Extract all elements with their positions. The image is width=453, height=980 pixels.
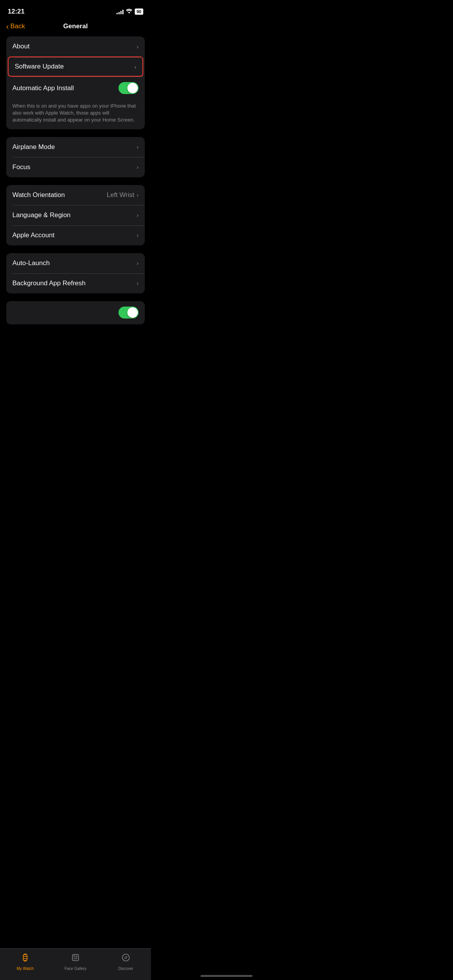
- battery-level: 90: [137, 9, 141, 14]
- apple-account-row[interactable]: Apple Account ›: [6, 225, 145, 245]
- background-app-refresh-row[interactable]: Background App Refresh ›: [6, 273, 145, 293]
- watch-orientation-chevron-icon: ›: [137, 192, 139, 198]
- focus-label: Focus: [12, 163, 30, 171]
- group-4: Auto-Launch › Background App Refresh ›: [6, 253, 145, 293]
- signal-bars-icon: [117, 9, 124, 14]
- group-1: About › Software Update › Automatic App …: [6, 36, 145, 129]
- partial-toggle: [118, 307, 139, 319]
- focus-row[interactable]: Focus ›: [6, 157, 145, 177]
- settings-content: About › Software Update › Automatic App …: [0, 36, 151, 324]
- focus-chevron-icon: ›: [137, 164, 139, 170]
- software-update-row[interactable]: Software Update ›: [8, 57, 143, 77]
- auto-launch-label: Auto-Launch: [12, 259, 50, 267]
- airplane-mode-label: Airplane Mode: [12, 143, 55, 151]
- automatic-app-install-row[interactable]: Automatic App Install: [6, 77, 145, 99]
- about-chevron-icon: ›: [137, 43, 139, 50]
- back-chevron-icon: ‹: [6, 22, 9, 30]
- language-region-row[interactable]: Language & Region ›: [6, 205, 145, 225]
- background-app-refresh-label: Background App Refresh: [12, 279, 86, 287]
- watch-orientation-value: Left Wrist: [107, 191, 134, 199]
- watch-orientation-label: Watch Orientation: [12, 191, 65, 199]
- status-icons: 90: [117, 9, 143, 15]
- status-time: 12:21: [8, 8, 24, 15]
- software-update-label: Software Update: [15, 63, 64, 70]
- battery-icon: 90: [135, 9, 143, 15]
- toggle-thumb: [127, 83, 138, 93]
- wifi-icon: [126, 9, 132, 15]
- apple-account-label: Apple Account: [12, 231, 55, 239]
- about-label: About: [12, 43, 29, 50]
- software-update-chevron-icon: ›: [134, 63, 136, 70]
- auto-launch-chevron-icon: ›: [137, 260, 139, 266]
- back-label: Back: [10, 22, 25, 30]
- automatic-app-install-description: When this is on and you have apps on you…: [6, 99, 145, 129]
- watch-orientation-row[interactable]: Watch Orientation Left Wrist ›: [6, 185, 145, 205]
- language-region-label: Language & Region: [12, 211, 70, 219]
- language-region-chevron-icon: ›: [137, 212, 139, 218]
- apple-account-chevron-icon: ›: [137, 232, 139, 238]
- automatic-app-install-label: Automatic App Install: [12, 84, 74, 92]
- partial-toggle-thumb: [127, 307, 138, 318]
- nav-header: ‹ Back General: [0, 19, 151, 36]
- page-title: General: [63, 22, 88, 30]
- group-2: Airplane Mode › Focus ›: [6, 137, 145, 177]
- partial-section: [6, 301, 145, 324]
- status-bar: 12:21 90: [0, 0, 151, 19]
- automatic-app-install-toggle[interactable]: [118, 82, 139, 94]
- group-3: Watch Orientation Left Wrist › Language …: [6, 185, 145, 245]
- back-button[interactable]: ‹ Back: [6, 22, 25, 30]
- airplane-mode-chevron-icon: ›: [137, 144, 139, 150]
- airplane-mode-row[interactable]: Airplane Mode ›: [6, 137, 145, 157]
- background-app-refresh-chevron-icon: ›: [137, 280, 139, 286]
- about-row[interactable]: About ›: [6, 36, 145, 57]
- auto-launch-row[interactable]: Auto-Launch ›: [6, 253, 145, 273]
